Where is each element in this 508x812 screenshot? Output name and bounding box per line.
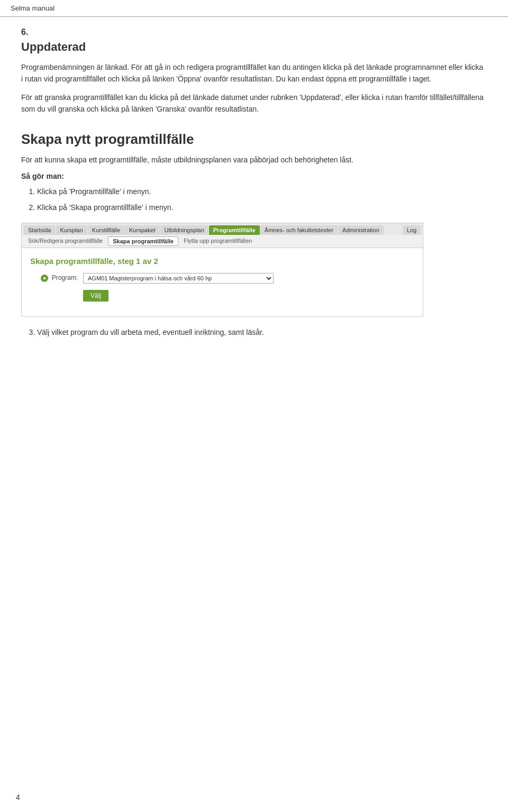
info-icon: ● xyxy=(41,275,48,282)
nav-startsida[interactable]: Startsida xyxy=(24,225,55,235)
step-1: Klicka på 'Programtillfälle' i menyn. xyxy=(37,186,487,198)
page-header: Selma manual xyxy=(0,0,508,17)
paragraph-2: För att granska programtillfället kan du… xyxy=(21,92,487,115)
nav-log[interactable]: Log xyxy=(403,225,421,235)
valj-button[interactable]: Välj xyxy=(83,290,108,302)
paragraph-1: Programbenämningen är länkad. För att gå… xyxy=(21,61,487,85)
sub-nav-sok[interactable]: Sök/Redigera programtillfälle xyxy=(24,236,107,246)
nav-amnes[interactable]: Ämnes- och fakultetstexter xyxy=(260,225,338,235)
section-heading: Uppdaterad xyxy=(21,40,487,54)
nav-programtillfalle[interactable]: Programtillfälle xyxy=(209,225,260,235)
nav-administration[interactable]: Administration xyxy=(338,225,384,235)
form-button-row: Välj xyxy=(30,290,414,302)
sub-nav-skapa[interactable]: Skapa programtillfälle xyxy=(108,236,178,246)
sub-nav-flytta[interactable]: Flytta upp programtillfällen xyxy=(179,236,256,246)
page-title: Selma manual xyxy=(11,4,55,12)
step-2: Klicka på 'Skapa programtillfälle' i men… xyxy=(37,202,487,214)
steps-list-2: Välj vilket program du vill arbeta med, … xyxy=(37,326,487,339)
form-row: ● Program: AGM01 Magisterprogram i hälsa… xyxy=(30,273,414,284)
nav-bar: Startsida Kursplan Kurstillfälle Kurspak… xyxy=(22,223,423,235)
step-3: Välj vilket program du vill arbeta med, … xyxy=(37,326,487,339)
page-content: 6. Uppdaterad Programbenämningen är länk… xyxy=(0,17,508,368)
nav-kurspaket[interactable]: Kurspaket xyxy=(125,225,160,235)
form-heading: Skapa programtillfälle, steg 1 av 2 xyxy=(30,257,414,266)
steps-list: Klicka på 'Programtillfälle' i menyn. Kl… xyxy=(37,186,487,214)
sub-nav-bar: Sök/Redigera programtillfälle Skapa prog… xyxy=(22,235,423,248)
program-select[interactable]: AGM01 Magisterprogram i hälsa och vård 6… xyxy=(83,273,274,284)
steps-label: Så gör man: xyxy=(21,172,487,180)
intro-text: För att kunna skapa ett programtillfälle… xyxy=(21,154,487,166)
nav-kurstillfalle[interactable]: Kurstillfälle xyxy=(88,225,124,235)
nav-utbildningsplan[interactable]: Utbildningsplan xyxy=(160,225,208,235)
nav-kursplan[interactable]: Kursplan xyxy=(56,225,87,235)
big-heading: Skapa nytt programtillfälle xyxy=(21,131,487,148)
screenshot-inner: Skapa programtillfälle, steg 1 av 2 ● Pr… xyxy=(22,248,423,316)
section-number: 6. xyxy=(21,28,487,37)
form-label: ● Program: xyxy=(30,274,78,282)
screenshot-box: Startsida Kursplan Kurstillfälle Kurspak… xyxy=(21,223,423,317)
